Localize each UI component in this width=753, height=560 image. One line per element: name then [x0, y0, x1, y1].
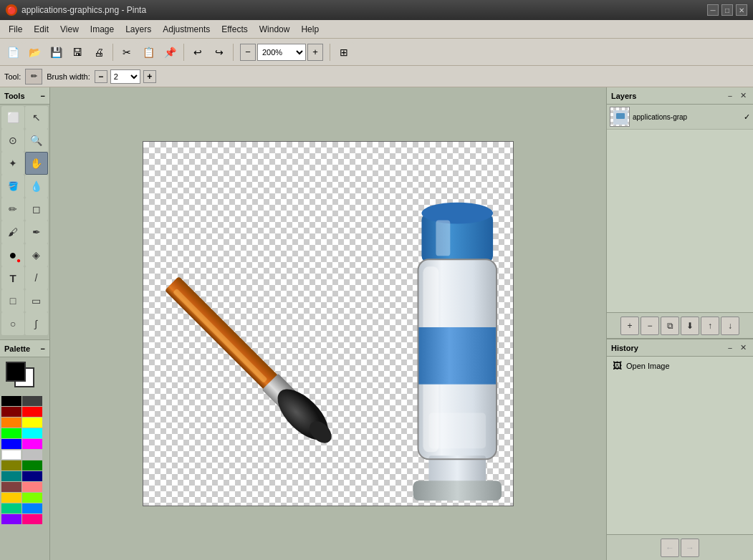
tool-magic-wand[interactable]: ✦: [1, 152, 24, 175]
minimize-button[interactable]: ─: [707, 4, 719, 16]
tool-curve[interactable]: ∫: [25, 312, 48, 335]
menu-file[interactable]: File: [3, 22, 28, 37]
move-layer-up-button[interactable]: ↑: [701, 317, 719, 335]
layer-visible-toggle[interactable]: ✓: [744, 112, 750, 122]
swatch-dark-red[interactable]: [1, 407, 21, 417]
swatch-navy[interactable]: [22, 471, 42, 481]
swatch-light-red[interactable]: [22, 482, 42, 492]
menu-layers[interactable]: Layers: [120, 22, 157, 37]
remove-layer-button[interactable]: −: [641, 317, 659, 335]
zoom-in-button[interactable]: +: [307, 44, 323, 61]
menu-edit[interactable]: Edit: [28, 22, 54, 37]
zoom-out-button[interactable]: −: [240, 44, 256, 61]
tool-paintbrush[interactable]: 🖌: [1, 221, 24, 243]
layer-thumbnail: [610, 107, 630, 127]
palette-collapse-button[interactable]: −: [41, 344, 45, 353]
menu-effects[interactable]: Effects: [216, 22, 253, 37]
tool-move[interactable]: ↖: [25, 106, 48, 129]
layers-minimize-button[interactable]: −: [724, 90, 736, 102]
window-controls[interactable]: ─ □ ✕: [707, 4, 747, 16]
menubar: File Edit View Image Layers Adjustments …: [0, 20, 753, 39]
menu-help[interactable]: Help: [295, 22, 325, 37]
tool-paint-bucket[interactable]: 🪣: [1, 175, 24, 198]
swatch-sky[interactable]: [22, 503, 42, 513]
layers-header-controls: − ✕: [724, 90, 749, 102]
tool-ink[interactable]: ✒: [25, 221, 48, 243]
layers-toolbar: + − ⧉ ⬇ ↑ ↓: [607, 312, 753, 338]
tool-text[interactable]: T: [1, 266, 24, 289]
history-minimize-button[interactable]: −: [724, 342, 736, 354]
undo-button[interactable]: ↩: [188, 42, 208, 62]
tool-rectangle[interactable]: □: [1, 289, 24, 312]
canvas[interactable]: [143, 141, 514, 506]
cut-button[interactable]: ✂: [117, 42, 137, 62]
tool-round-rect[interactable]: ▭: [25, 289, 48, 312]
tool-blend[interactable]: ◈: [25, 243, 48, 266]
swatch-magenta[interactable]: [22, 439, 42, 449]
swatch-dark-gray[interactable]: [22, 396, 42, 406]
swatch-olive[interactable]: [1, 460, 21, 470]
swatch-cyan[interactable]: [22, 428, 42, 438]
canvas-area[interactable]: [50, 87, 606, 560]
menu-view[interactable]: View: [54, 22, 85, 37]
swatch-lime[interactable]: [22, 493, 42, 503]
new-button[interactable]: 📄: [3, 42, 23, 62]
brush-width-select[interactable]: 2135: [110, 69, 140, 84]
swatch-red[interactable]: [22, 407, 42, 417]
tool-lasso[interactable]: ⊙: [1, 129, 24, 152]
tool-pan[interactable]: ✋: [25, 152, 48, 175]
swatch-yellow[interactable]: [22, 417, 42, 428]
tool-ellipse[interactable]: ○: [1, 312, 24, 335]
tool-pencil[interactable]: ✏: [1, 198, 24, 221]
swatch-brown[interactable]: [1, 482, 21, 492]
redo-button[interactable]: ↪: [209, 42, 229, 62]
swatch-dark-green[interactable]: [22, 460, 42, 470]
brush-minus-button[interactable]: −: [95, 70, 107, 83]
swatch-pink[interactable]: [22, 514, 42, 524]
swatch-purple[interactable]: [1, 514, 21, 524]
swatch-mint[interactable]: [1, 503, 21, 513]
move-layer-down-button[interactable]: ↓: [721, 317, 739, 335]
swatch-gold[interactable]: [1, 493, 21, 503]
merge-down-button[interactable]: ⬇: [681, 317, 699, 335]
swatch-blue[interactable]: [1, 439, 21, 449]
history-close-button[interactable]: ✕: [737, 342, 749, 354]
swatch-orange[interactable]: [1, 417, 21, 428]
tools-collapse-button[interactable]: −: [41, 92, 45, 100]
menu-adjustments[interactable]: Adjustments: [157, 22, 216, 37]
close-button[interactable]: ✕: [736, 4, 747, 16]
layers-close-button[interactable]: ✕: [737, 90, 749, 102]
history-undo-button[interactable]: ←: [661, 539, 679, 557]
fg-color-swatch[interactable]: [6, 362, 26, 382]
tool-freeform[interactable]: /: [25, 266, 48, 289]
print-button[interactable]: 🖨: [89, 42, 109, 62]
open-button[interactable]: 📂: [24, 42, 44, 62]
menu-window[interactable]: Window: [254, 22, 296, 37]
tool-eraser[interactable]: ◻: [25, 198, 48, 221]
swatch-teal[interactable]: [1, 471, 21, 481]
tool-color-picker[interactable]: 💧: [25, 175, 48, 198]
zoom-select[interactable]: 200% 100% 50% 25%: [257, 44, 306, 61]
grid-button[interactable]: ⊞: [334, 42, 354, 62]
history-redo-button[interactable]: →: [681, 539, 699, 557]
tool-zoom[interactable]: 🔍: [25, 129, 48, 152]
copy-button[interactable]: 📋: [138, 42, 158, 62]
swatch-silver[interactable]: [22, 450, 42, 460]
add-layer-button[interactable]: +: [620, 317, 639, 335]
paste-button[interactable]: 📌: [160, 42, 180, 62]
swatch-black[interactable]: [1, 396, 21, 406]
save-as-button[interactable]: 💾: [46, 42, 66, 62]
duplicate-layer-button[interactable]: ⧉: [661, 317, 679, 335]
brush-plus-button[interactable]: +: [143, 70, 156, 83]
layer-item[interactable]: applications-grap ✓: [607, 105, 753, 130]
swatch-white[interactable]: [1, 450, 21, 460]
tool-rect-select[interactable]: ⬜: [1, 106, 24, 129]
layer-name: applications-grap: [633, 113, 741, 121]
save-button[interactable]: 🖫: [67, 42, 87, 62]
menu-image[interactable]: Image: [85, 22, 120, 37]
swatch-green[interactable]: [1, 428, 21, 438]
history-item-open-image[interactable]: 🖼 Open Image: [608, 358, 752, 373]
tool-color[interactable]: ● ●: [1, 243, 24, 266]
maximize-button[interactable]: □: [721, 4, 733, 16]
palette-label: Palette: [4, 344, 30, 353]
